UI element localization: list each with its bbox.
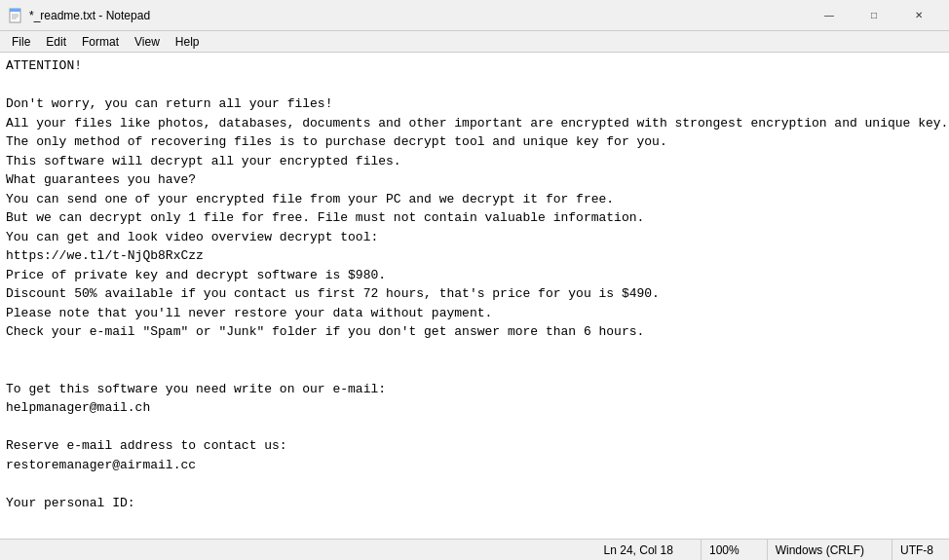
editor-wrapper: ATTENTION! Don't worry, you can return a… <box>0 53 949 539</box>
title-bar: *_readme.txt - Notepad — □ ✕ <box>0 0 949 31</box>
window-title: *_readme.txt - Notepad <box>29 9 150 22</box>
editor-scroll[interactable]: ATTENTION! Don't worry, you can return a… <box>0 53 949 539</box>
notepad-icon <box>8 8 23 23</box>
status-encoding: UTF-8 <box>892 540 941 560</box>
status-zoom: 100% <box>701 540 747 560</box>
menu-bar: File Edit Format View Help <box>0 31 949 53</box>
svg-rect-1 <box>10 9 20 12</box>
line-ending: Windows (CRLF) <box>776 543 864 557</box>
status-line-ending: Windows (CRLF) <box>767 540 872 560</box>
menu-edit[interactable]: Edit <box>38 33 74 51</box>
menu-view[interactable]: View <box>127 33 168 51</box>
editor-content[interactable]: ATTENTION! Don't worry, you can return a… <box>6 56 943 512</box>
zoom-level: 100% <box>709 543 740 557</box>
title-bar-controls: — □ ✕ <box>807 0 941 31</box>
status-bar: Ln 24, Col 18 100% Windows (CRLF) UTF-8 <box>0 539 949 560</box>
minimize-button[interactable]: — <box>807 0 852 31</box>
close-button[interactable]: ✕ <box>896 0 941 31</box>
menu-format[interactable]: Format <box>74 33 127 51</box>
status-position: Ln 24, Col 18 <box>596 540 681 560</box>
menu-help[interactable]: Help <box>168 33 208 51</box>
maximize-button[interactable]: □ <box>852 0 896 31</box>
cursor-position: Ln 24, Col 18 <box>604 543 673 557</box>
title-bar-left: *_readme.txt - Notepad <box>8 8 150 23</box>
menu-file[interactable]: File <box>4 33 38 51</box>
encoding: UTF-8 <box>900 543 933 557</box>
